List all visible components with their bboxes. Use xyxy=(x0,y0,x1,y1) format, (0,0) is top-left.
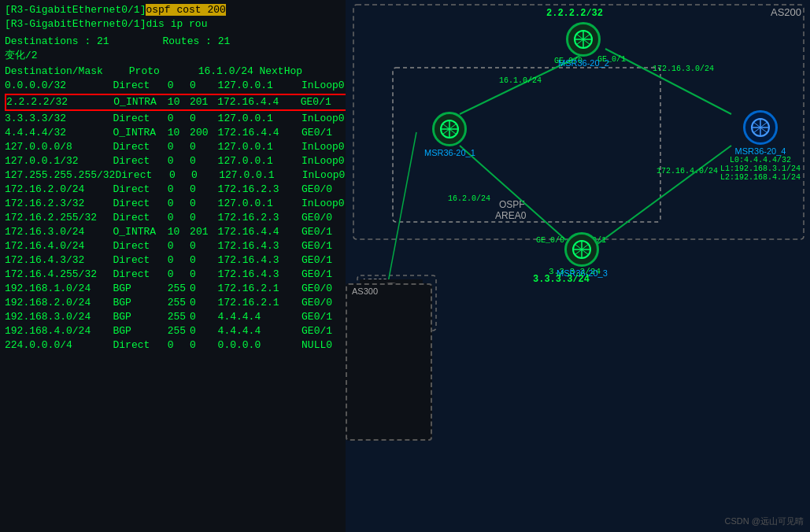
table-row: 2.2.2.2/32O_INTRA10201172.16.4.4GE0/1 xyxy=(5,94,357,111)
prompt-2: [R3-GigabitEthernet0/1]dis ip rou xyxy=(5,18,207,30)
col-proto: Proto xyxy=(129,65,192,79)
diagram-panel: AS200 OSPF AREA0 AS300 172.16.3.0/24 172… xyxy=(346,0,810,532)
table-row: 4.4.4.4/32O_INTRA10200172.16.4.4GE0/1 xyxy=(5,126,357,140)
destinations-label: Destinations : 21 xyxy=(5,35,109,47)
lo0-label: L0:4.4.4.4/32 xyxy=(730,156,791,164)
table-row: 127.0.0.1/32Direct00127.0.0.1InLoop0 xyxy=(5,154,357,168)
table-row: 172.16.2.3/32Direct00127.0.0.1InLoop0 xyxy=(5,197,357,211)
as300-label: AS300 xyxy=(350,286,379,296)
table-row: 172.16.3.0/24O_INTRA10201172.16.4.4GE0/1 xyxy=(5,225,357,239)
svg-text:AS200: AS200 xyxy=(771,6,801,18)
cmd-line-1: [R3-GigabitEthernet0/1]ospf cost 200 xyxy=(5,3,357,17)
svg-text:172.16.4.0/24: 172.16.4.0/24 xyxy=(657,167,718,175)
table-row: 172.16.4.255/32Direct00172.16.4.3GE0/1 xyxy=(5,268,357,282)
cmd-line-2: [R3-GigabitEthernet0/1]dis ip rou xyxy=(5,17,357,31)
l1-label: L1:192.168.3.1/24 xyxy=(720,164,801,173)
table-row: 172.16.2.0/24Direct00172.16.2.3GE0/0 xyxy=(5,183,357,197)
svg-text:AREA0: AREA0 xyxy=(495,210,527,221)
table-row: 127.255.255.255/32Direct00127.0.0.1InLoo… xyxy=(5,168,357,183)
svg-line-9 xyxy=(460,146,566,240)
svg-text:16.1.0/24: 16.1.0/24 xyxy=(499,76,542,85)
watermark: CSDN @远山可见晴 xyxy=(725,515,804,527)
table-row: 192.168.3.0/24BGP25504.4.4.4GE0/1 xyxy=(5,310,357,324)
svg-line-11 xyxy=(385,132,416,299)
subnet-3333: 3.3.3.3/24 xyxy=(533,274,590,285)
svg-line-10 xyxy=(597,146,731,244)
svg-text:2.2.2.2/32: 2.2.2.2/32 xyxy=(546,8,603,19)
col-pref: 16.1.0/24 xyxy=(198,65,253,79)
col-dest: Destination/Mask xyxy=(5,65,123,79)
routes-label: Routes : 21 xyxy=(162,35,230,47)
router-msr36-20-3: MSR36-20_3 xyxy=(557,232,608,278)
table-row: 127.0.0.0/8Direct00127.0.0.1InLoop0 xyxy=(5,140,357,154)
router-icon-2 xyxy=(566,22,601,57)
router-label-2: MSR36-20_2 xyxy=(558,58,609,68)
cmd-highlight-1: ospf cost 200 xyxy=(146,4,225,16)
change-label: 变化/2 xyxy=(5,50,38,61)
svg-text:172.16.3.0/24: 172.16.3.0/24 xyxy=(653,65,714,73)
destinations-line: Destinations : 21 Routes : 21 xyxy=(5,35,357,49)
table-row: 192.168.1.0/24BGP2550172.16.2.1GE0/0 xyxy=(5,282,357,296)
router-label-1: MSR36-20_1 xyxy=(424,148,475,157)
table-row: 172.16.2.255/32Direct00172.16.2.3GE0/0 xyxy=(5,211,357,225)
svg-text:16.2.0/24: 16.2.0/24 xyxy=(448,194,490,203)
router-icon-4 xyxy=(743,110,778,145)
router-label-4: MSR36-20_4 xyxy=(735,146,786,156)
route-table: 0.0.0.0/32Direct00127.0.0.1InLoop02.2.2.… xyxy=(5,79,357,353)
table-row: 192.168.2.0/24BGP2550172.16.2.1GE0/0 xyxy=(5,296,357,310)
table-row: 172.16.4.3/32Direct00172.16.4.3GE0/1 xyxy=(5,253,357,268)
router-msr36-20-4: MSR36-20_4 L0:4.4.4.4/32 L1:192.168.3.1/… xyxy=(720,110,801,182)
table-row: 3.3.3.3/32Direct00127.0.0.1InLoop0 xyxy=(5,112,357,126)
as300-box: AS300 xyxy=(346,283,432,441)
terminal-panel: [R3-GigabitEthernet0/1]ospf cost 200 [R3… xyxy=(0,0,362,532)
prompt-1: [R3-GigabitEthernet0/1] xyxy=(5,4,146,16)
router-icon-3 xyxy=(564,232,599,267)
table-row: 172.16.4.0/24Direct00172.16.4.3GE0/1 xyxy=(5,239,357,253)
table-row: 224.0.0.0/4Direct000.0.0.0NULL0 xyxy=(5,338,357,353)
change-line: 变化/2 xyxy=(5,49,357,63)
router-icon-1 xyxy=(432,112,467,146)
l2-label: L2:192.168.4.1/24 xyxy=(720,173,801,182)
col-headers: Destination/Mask Proto 16.1.0/24 NextHop… xyxy=(5,65,357,79)
table-row: 0.0.0.0/32Direct00127.0.0.1InLoop0 xyxy=(5,79,357,93)
router-msr36-20-1: MSR36-20_1 xyxy=(424,112,475,157)
table-row: 192.168.4.0/24BGP25504.4.4.4GE0/1 xyxy=(5,324,357,338)
router-msr36-20-2: MSR36-20_2 xyxy=(558,22,609,68)
